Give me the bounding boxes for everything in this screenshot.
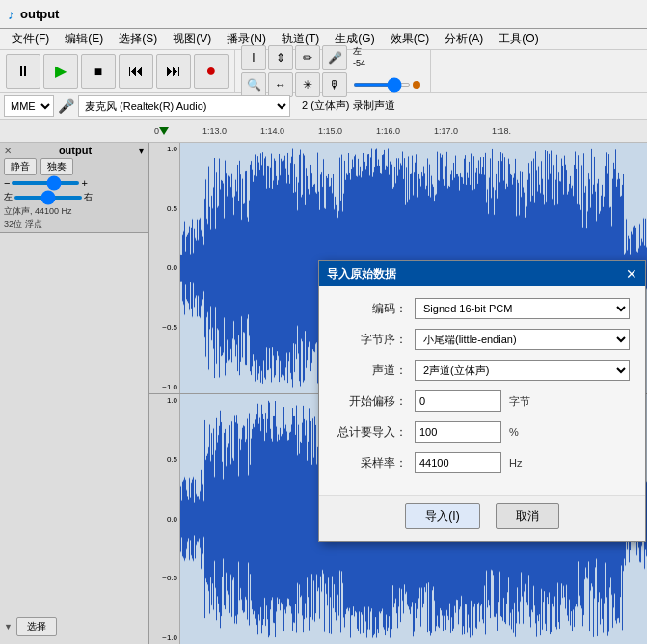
dialog-body: 编码： Signed 16-bit PCM 字节序： 小尾端(little-en… xyxy=(319,286,645,495)
menu-analyze[interactable]: 分析(A) xyxy=(437,29,491,49)
ruler-tick-5: 1:17.0 xyxy=(434,126,458,136)
record-button[interactable]: ● xyxy=(194,54,229,89)
menu-file[interactable]: 文件(F) xyxy=(4,29,57,49)
tools-section: I ⇕ ✏ 🎤 左 -54 🔍 ↔ ✳ 🎙 xyxy=(235,50,431,92)
track-name: output xyxy=(59,145,92,156)
start-offset-row: 开始偏移： 字节 xyxy=(335,390,630,412)
total-import-row: 总计要导入： % xyxy=(335,421,630,443)
driver-select[interactable]: MME xyxy=(4,95,54,117)
total-import-label: 总计要导入： xyxy=(335,424,407,441)
start-offset-input[interactable] xyxy=(415,390,501,412)
solo-button[interactable]: 独奏 xyxy=(40,158,73,175)
dialog-footer: 导入(I) 取消 xyxy=(319,495,645,541)
ruler-tick-6: 1:18. xyxy=(492,126,511,136)
skip-fwd-button[interactable]: ⏭ xyxy=(156,54,191,89)
start-offset-label: 开始偏移： xyxy=(335,393,407,410)
playhead-marker xyxy=(159,127,169,135)
vol-minus: − xyxy=(4,177,10,189)
byteorder-select[interactable]: 小尾端(little-endian) xyxy=(415,329,630,350)
transport-controls: ⏸ ▶ ■ ⏮ ⏭ ● xyxy=(0,50,235,92)
dialog-title-bar: 导入原始数据 ✕ xyxy=(319,261,645,286)
dialog-close-button[interactable]: ✕ xyxy=(626,266,637,282)
mic-output-icon[interactable]: 🎙 xyxy=(322,72,347,97)
stop-button[interactable]: ■ xyxy=(81,54,116,89)
total-import-input[interactable] xyxy=(415,421,501,443)
menu-edit[interactable]: 编辑(E) xyxy=(57,29,111,49)
ruler-tick-1: 1:13.0 xyxy=(202,126,227,136)
mic-icon: 🎤 xyxy=(58,98,74,114)
ruler-tick-2: 1:14.0 xyxy=(260,126,284,136)
time-tool[interactable]: ↔ xyxy=(268,72,293,97)
play-button[interactable]: ▶ xyxy=(43,54,78,89)
pan-left: 左 xyxy=(4,191,13,203)
track-info-1: 立体声, 44100 Hz xyxy=(4,205,144,218)
multi-tool[interactable]: ✳ xyxy=(295,72,320,97)
mic-input-icon[interactable]: 🎤 xyxy=(322,45,347,70)
skip-back-button[interactable]: ⏮ xyxy=(119,54,153,89)
track-panel: ✕ output ▾ 静音 独奏 − + 左 右 立体声, 44100 Hz 3… xyxy=(0,143,149,644)
output-channel-label: 2 (立体声) 录制声道 xyxy=(302,98,395,113)
mic-select[interactable]: 麦克风 (Realtek(R) Audio) xyxy=(78,95,290,117)
byteorder-row: 字节序： 小尾端(little-endian) xyxy=(335,329,630,350)
y-label-0.5-bot: 0.5 xyxy=(149,455,179,464)
y-label-0.0-top: 0.0 xyxy=(149,263,179,272)
track-dropdown[interactable]: ▾ xyxy=(139,146,144,156)
zoom-tool[interactable]: 🔍 xyxy=(241,72,266,97)
select-arrow-icon: ▼ xyxy=(4,622,13,631)
y-label-n0.5-bot: −0.5 xyxy=(149,574,179,582)
track-info-2: 32位 浮点 xyxy=(4,218,144,230)
track-header: ✕ output ▾ 静音 独奏 − + 左 右 立体声, 44100 Hz 3… xyxy=(0,143,148,233)
sample-rate-unit: Hz xyxy=(509,457,538,469)
db-label: -54 xyxy=(353,58,365,67)
ruler-tick-4: 1:16.0 xyxy=(376,126,400,136)
mute-button[interactable]: 静音 xyxy=(4,158,37,175)
pan-slider[interactable] xyxy=(14,196,82,200)
ruler-tick-0: 0 xyxy=(154,126,159,136)
y-label-1.0-top: 1.0 xyxy=(149,145,179,153)
envelope-tool[interactable]: ⇕ xyxy=(268,45,293,70)
cancel-button[interactable]: 取消 xyxy=(496,503,559,529)
dialog-title: 导入原始数据 xyxy=(327,266,396,282)
pan-right: 右 xyxy=(84,191,93,203)
track-close-x[interactable]: ✕ xyxy=(4,146,12,156)
toolbar: ⏸ ▶ ■ ⏮ ⏭ ● I ⇕ ✏ 🎤 左 -54 🔍 ↔ ✳ 🎙 xyxy=(0,50,647,93)
volume-slider[interactable] xyxy=(12,181,79,185)
cursor-tool[interactable]: I xyxy=(241,45,266,70)
y-label-n1.0-top: −1.0 xyxy=(149,383,179,391)
vol-plus: + xyxy=(81,177,87,189)
menu-view[interactable]: 视图(V) xyxy=(165,29,219,49)
title-bar: ♪ output xyxy=(0,0,647,29)
sample-rate-input[interactable] xyxy=(415,452,501,473)
channels-select[interactable]: 2声道(立体声) xyxy=(415,360,630,381)
select-button[interactable]: 选择 xyxy=(16,617,57,636)
y-label-1.0-bot: 1.0 xyxy=(149,396,179,405)
encoding-row: 编码： Signed 16-bit PCM xyxy=(335,298,630,319)
import-dialog: 导入原始数据 ✕ 编码： Signed 16-bit PCM 字节序： 小尾端(… xyxy=(318,260,646,542)
encoding-select[interactable]: Signed 16-bit PCM xyxy=(415,298,630,319)
ruler-tick-3: 1:15.0 xyxy=(318,126,342,136)
y-label-0.5-top: 0.5 xyxy=(149,204,179,213)
app-icon: ♪ xyxy=(8,7,14,22)
start-offset-unit: 字节 xyxy=(509,394,538,409)
draw-tool[interactable]: ✏ xyxy=(295,45,320,70)
total-import-unit: % xyxy=(509,426,538,438)
sample-rate-row: 采样率： Hz xyxy=(335,452,630,473)
y-label-n1.0-bot: −1.0 xyxy=(149,633,179,642)
sample-rate-label: 采样率： xyxy=(335,455,407,471)
channels-label: 声道： xyxy=(335,362,407,379)
title-text: output xyxy=(20,7,59,21)
import-button[interactable]: 导入(I) xyxy=(405,503,479,529)
encoding-label: 编码： xyxy=(335,301,407,317)
menu-tools[interactable]: 工具(O) xyxy=(491,29,546,49)
channels-row: 声道： 2声道(立体声) xyxy=(335,360,630,381)
timeline-ruler: 0 1:13.0 1:14.0 1:15.0 1:16.0 1:17.0 1:1… xyxy=(0,120,647,143)
menu-select[interactable]: 选择(S) xyxy=(111,29,165,49)
pause-button[interactable]: ⏸ xyxy=(6,54,40,89)
y-label-0.0-bot: 0.0 xyxy=(149,515,179,523)
output-vol-slider[interactable] xyxy=(353,83,411,87)
y-label-n0.5-top: −0.5 xyxy=(149,323,179,332)
byteorder-label: 字节序： xyxy=(335,332,407,348)
lr-label: 左 xyxy=(353,45,362,58)
